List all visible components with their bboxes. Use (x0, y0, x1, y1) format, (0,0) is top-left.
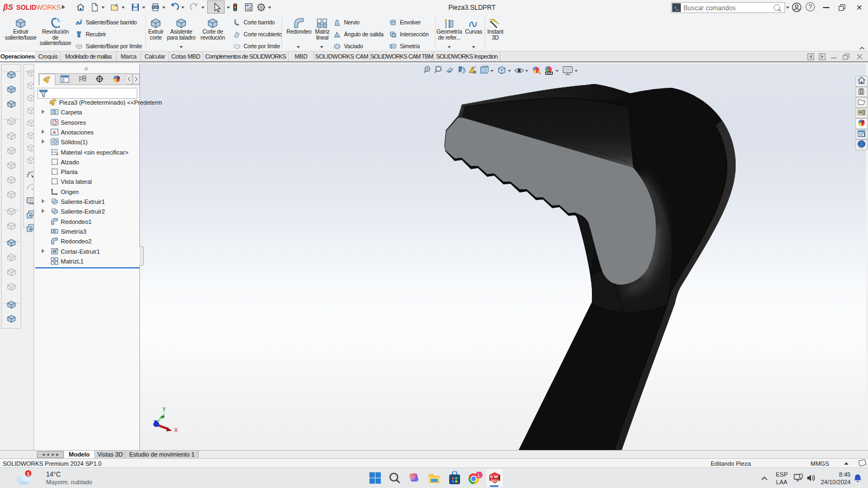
svg-text:A: A (473, 70, 476, 75)
svg-text:Y: Y (162, 407, 166, 413)
svg-text:2024: 2024 (490, 479, 499, 483)
svg-text:X: X (174, 427, 178, 433)
svg-text:L: L (478, 473, 481, 478)
svg-text:1: 1 (27, 471, 30, 477)
svg-text:A: A (53, 130, 56, 135)
